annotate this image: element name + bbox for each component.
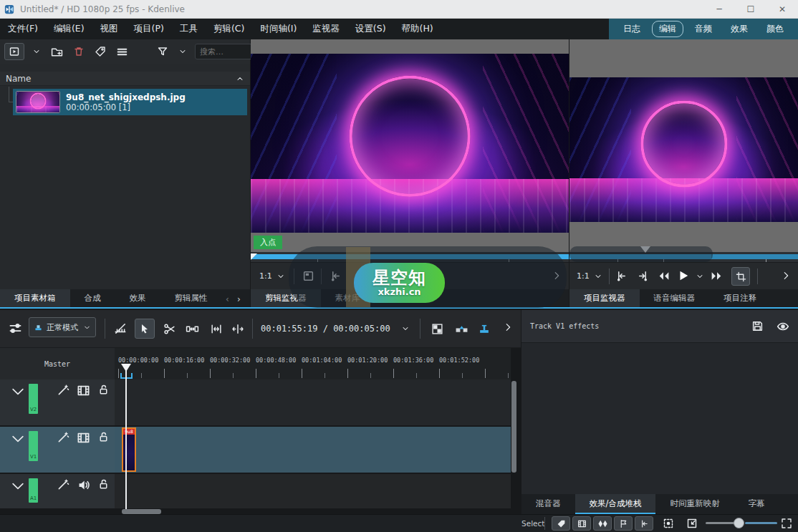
save-effect-stack-icon[interactable] (751, 320, 764, 332)
menu-monitor[interactable]: 监视器 (304, 19, 347, 39)
menu-edit[interactable]: 编辑(E) (46, 19, 92, 39)
add-clip-dropdown-chevron[interactable] (30, 45, 43, 58)
fast-forward-icon[interactable] (710, 270, 724, 282)
workspace-effects[interactable]: 效果 (724, 21, 755, 37)
transparency-track-icon[interactable] (427, 319, 447, 339)
menu-timeline[interactable]: 时间轴(I) (252, 19, 304, 39)
workspace-audio[interactable]: 音频 (688, 21, 719, 37)
workspace-logging[interactable]: 日志 (616, 21, 648, 37)
razor-tool-icon[interactable] (159, 319, 179, 339)
toolbar-overflow-chevron[interactable] (781, 271, 791, 281)
show-effect-zone-icon[interactable] (777, 320, 789, 333)
menu-view[interactable]: 视图 (92, 19, 126, 39)
zoom-dropdown-chevron[interactable] (594, 272, 602, 281)
zoom-level-label[interactable]: 1:1 (577, 271, 590, 281)
tab-scroll-left-icon[interactable]: ‹ (222, 289, 234, 309)
insert-zone-icon[interactable] (474, 319, 494, 339)
zoom-project-icon[interactable] (686, 518, 698, 529)
menu-help[interactable]: 帮助(H) (394, 19, 441, 39)
track-head-v2[interactable]: V2 (0, 379, 115, 425)
show-tags-toggle[interactable] (552, 516, 570, 531)
bin-clip-row[interactable]: 9u8_net_shigjxedpsh.jpg 00:00:05:00 [1] (13, 89, 247, 115)
play-dropdown-chevron[interactable] (696, 272, 704, 281)
tab-project-notes[interactable]: 项目注释 (709, 289, 771, 309)
minimize-button[interactable]: ─ (703, 0, 735, 18)
filter-dropdown-chevron[interactable] (176, 45, 189, 58)
timeline-horizontal-scrollbar[interactable] (122, 509, 161, 514)
set-out-point-icon[interactable] (637, 270, 649, 282)
track-head-a1[interactable]: A1 (0, 474, 115, 508)
tab-project-bin[interactable]: 项目素材箱 (0, 289, 70, 309)
show-thumbnails-toggle[interactable] (572, 516, 591, 531)
zoom-level-label[interactable]: 1:1 (259, 271, 272, 281)
tab-scroll-right-icon[interactable]: › (234, 289, 245, 309)
rewind-icon[interactable] (657, 270, 670, 282)
delete-icon[interactable] (71, 44, 87, 59)
close-button[interactable]: ✕ (766, 0, 798, 18)
menu-file[interactable]: 文件(F) (0, 19, 46, 39)
playhead-handle[interactable] (121, 364, 131, 372)
mix-clips-icon[interactable] (451, 319, 471, 339)
zoom-slider-knob[interactable] (734, 518, 744, 528)
fit-zoom-icon[interactable] (663, 518, 674, 529)
track-head-v1[interactable]: V1 (0, 427, 115, 473)
create-folder-icon[interactable] (49, 44, 65, 60)
tab-effects[interactable]: 效果 (115, 289, 160, 309)
audio-track-icon[interactable] (77, 478, 90, 492)
track-target-v1[interactable]: V1 (29, 431, 38, 461)
show-markers-toggle[interactable] (614, 516, 633, 531)
bin-menu-icon[interactable] (114, 44, 130, 60)
timeline-clip[interactable]: 9u8 (122, 427, 136, 472)
workspace-color[interactable]: 颜色 (759, 21, 791, 37)
menu-settings[interactable]: 设置(S) (347, 19, 394, 39)
slip-tool-icon[interactable] (206, 319, 226, 339)
lock-track-icon[interactable] (97, 431, 110, 443)
ripple-tool-icon[interactable] (228, 319, 248, 339)
track-lane-a1[interactable] (115, 474, 511, 508)
menu-clip[interactable]: 剪辑(C) (206, 19, 252, 39)
zoom-slider-track-right[interactable] (745, 522, 777, 524)
edit-mode-dropdown[interactable]: 正常模式 (29, 317, 96, 337)
zoom-dropdown-chevron[interactable] (277, 272, 285, 281)
zone-mode-button[interactable] (731, 267, 750, 286)
filter-icon[interactable] (155, 44, 170, 59)
spacer-tool-icon[interactable] (182, 319, 202, 339)
timeline-ruler[interactable]: 00:00:00:00 00:00:16:00 00:00:32:00 00:0… (115, 348, 511, 379)
maximize-button[interactable]: ☐ (735, 0, 766, 18)
track-effects-icon[interactable] (57, 478, 69, 491)
tab-time-remap[interactable]: 时间重新映射 (655, 494, 734, 514)
tab-audio-mixer[interactable]: 混音器 (521, 494, 575, 514)
lock-track-icon[interactable] (97, 384, 110, 396)
lock-track-icon[interactable] (97, 478, 110, 490)
tab-project-monitor[interactable]: 项目监视器 (569, 289, 640, 309)
snap-toggle-icon[interactable] (110, 319, 130, 339)
tab-subtitles[interactable]: 字幕 (734, 494, 779, 514)
track-target-v2[interactable]: V2 (29, 384, 38, 414)
play-icon[interactable] (677, 269, 690, 282)
snap-status-toggle[interactable] (635, 516, 653, 531)
tab-compositions[interactable]: 合成 (70, 289, 115, 309)
tab-clip-properties[interactable]: 剪辑属性 (160, 289, 222, 309)
track-lane-v2[interactable] (115, 379, 511, 425)
timeline-vertical-scrollbar[interactable] (511, 381, 516, 473)
tab-effect-stack[interactable]: 效果/合成堆栈 (575, 494, 656, 514)
master-track-button[interactable]: Master (0, 348, 115, 379)
tag-icon[interactable] (92, 44, 108, 59)
track-effects-icon[interactable] (57, 384, 69, 397)
timeline-settings-icon[interactable] (9, 321, 22, 335)
timeline-timecode[interactable]: 00:01:55:19 / 00:00:05:00 (261, 324, 390, 334)
show-thumbnails-icon[interactable] (77, 431, 90, 445)
track-lane-v1[interactable] (115, 427, 511, 473)
timecode-dropdown-chevron[interactable] (401, 324, 410, 333)
name-column-header[interactable]: Name (0, 72, 250, 86)
add-clip-button[interactable] (4, 43, 24, 60)
show-mixes-toggle[interactable] (593, 516, 612, 531)
track-effects-icon[interactable] (57, 431, 69, 444)
menu-project[interactable]: 项目(P) (126, 19, 172, 39)
track-target-a1[interactable]: A1 (29, 478, 38, 503)
toolbar-overflow-chevron[interactable] (503, 322, 513, 332)
tab-speech-editor[interactable]: 语音编辑器 (640, 289, 710, 309)
fit-timeline-icon[interactable] (781, 518, 792, 529)
show-thumbnails-icon[interactable] (77, 384, 90, 397)
set-in-point-icon[interactable] (615, 270, 628, 282)
